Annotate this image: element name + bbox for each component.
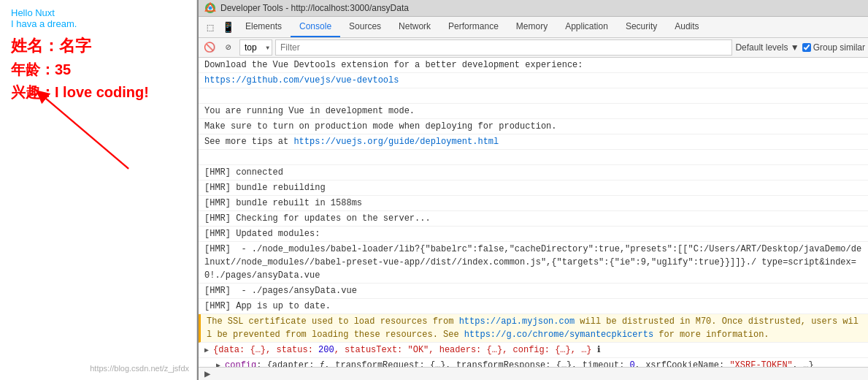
chrome-icon	[204, 2, 216, 14]
default-levels-dropdown[interactable]: Default levels ▼	[735, 42, 799, 53]
arrow-indicator	[22, 88, 168, 175]
svg-point-4	[209, 7, 212, 10]
console-line: You are running Vue in development mode.	[199, 104, 868, 119]
filter-icon[interactable]: ⊘	[220, 39, 237, 56]
ssl-warning: The SSL certificate used to load resourc…	[199, 314, 868, 343]
tab-audits[interactable]: Audits	[666, 17, 707, 37]
tab-console[interactable]: Console	[291, 17, 340, 37]
filter-input[interactable]	[275, 39, 732, 56]
console-line: Download the Vue Devtools extension for …	[199, 58, 868, 73]
console-bottom-bar: ▶	[199, 367, 868, 380]
console-line	[199, 150, 868, 165]
devtools-link[interactable]: https://github.com/vuejs/vue-devtools	[204, 75, 399, 86]
console-line	[199, 88, 868, 104]
devtools-tabs: ⬚ 📱 Elements Console Sources Network Per…	[199, 17, 868, 38]
age-text: 年龄：35	[11, 60, 185, 80]
tab-security[interactable]: Security	[617, 17, 666, 37]
console-line: See more tips at https://vuejs.org/guide…	[199, 134, 868, 150]
svg-line-1	[41, 94, 128, 169]
console-output: Download the Vue Devtools extension for …	[199, 58, 868, 367]
deployment-link[interactable]: https://vuejs.org/guide/deployment.html	[293, 137, 499, 147]
group-similar-checkbox[interactable]	[802, 43, 811, 52]
context-select-wrapper: top	[239, 39, 272, 56]
config-line[interactable]: config: {adapter: ƒ, transformRequest: {…	[199, 358, 868, 367]
devtools-title: Developer Tools - http://localhost:3000/…	[220, 3, 409, 13]
dream-text: I hava a dream.	[11, 18, 185, 29]
console-toolbar: 🚫 ⊘ top Default levels ▼ Group similar	[199, 38, 868, 58]
tab-elements[interactable]: Elements	[237, 17, 291, 37]
symantec-link[interactable]: https://g.co/chrome/symantecpkicerts	[464, 330, 653, 340]
tab-sources[interactable]: Sources	[340, 17, 390, 37]
group-similar-label: Group similar	[813, 42, 865, 53]
hmr-rebuilt: [HMR] bundle rebuilt in 1588ms	[199, 196, 868, 211]
tab-performance[interactable]: Performance	[439, 17, 507, 37]
ssl-link[interactable]: https://api.myjson.com	[459, 316, 575, 327]
device-icon[interactable]: 📱	[219, 17, 237, 37]
hmr-connected: [HMR] connected	[199, 165, 868, 180]
inspect-icon[interactable]: ⬚	[201, 17, 219, 37]
console-line: https://github.com/vuejs/vue-devtools	[199, 73, 868, 88]
left-panel: Hello Nuxt I hava a dream. 姓名：名字 年龄：35 兴…	[0, 0, 197, 380]
watermark: https://blog.csdn.net/z_jsfdx	[90, 364, 189, 373]
expand-icon[interactable]: ▶	[204, 368, 210, 380]
context-select[interactable]: top	[239, 39, 272, 56]
hello-text: Hello Nuxt	[11, 7, 185, 18]
group-similar-option[interactable]: Group similar	[802, 42, 865, 53]
devtools-titlebar: Developer Tools - http://localhost:3000/…	[199, 0, 868, 17]
tab-memory[interactable]: Memory	[507, 17, 556, 37]
console-line: Make sure to turn on production mode whe…	[199, 119, 868, 134]
name-text: 姓名：名字	[11, 35, 185, 57]
hmr-checking: [HMR] Checking for updates on the server…	[199, 211, 868, 227]
clear-console-icon[interactable]: 🚫	[201, 39, 218, 56]
tab-network[interactable]: Network	[390, 17, 439, 37]
devtools-panel: Developer Tools - http://localhost:3000/…	[197, 0, 868, 380]
hmr-rebuilding: [HMR] bundle rebuilding	[199, 180, 868, 196]
hmr-babel: [HMR] - ./node_modules/babel-loader/lib?…	[199, 242, 868, 284]
tab-application[interactable]: Application	[556, 17, 617, 37]
hmr-uptodate: [HMR] App is up to date.	[199, 299, 868, 314]
hmr-pages: [HMR] - ./pages/ansyData.vue	[199, 284, 868, 299]
response-object[interactable]: {data: {…}, status: 200, statusText: "OK…	[199, 343, 868, 358]
hmr-updated: [HMR] Updated modules:	[199, 227, 868, 242]
